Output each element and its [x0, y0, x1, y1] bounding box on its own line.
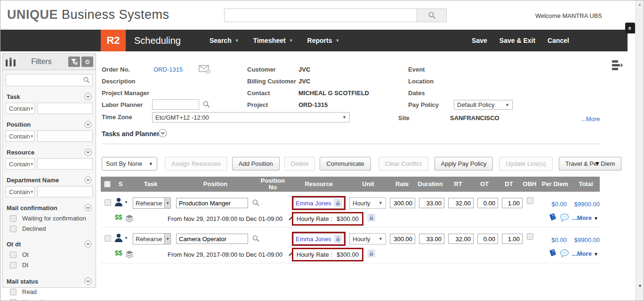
- status-dropdown-icon[interactable]: ▼: [124, 236, 128, 240]
- time-zone-select[interactable]: Etc/GMT+12 -12:00▼: [152, 112, 350, 122]
- row-select-checkbox[interactable]: [105, 199, 111, 206]
- position-operator-select[interactable]: Contain▼: [6, 130, 35, 142]
- page-scrollbar[interactable]: ▲ ▼: [636, 0, 644, 301]
- collapse-chevron-icon[interactable]: [84, 121, 92, 128]
- comment-bubble-icon[interactable]: [560, 249, 569, 258]
- unit-select[interactable]: Hourly▼: [349, 233, 386, 244]
- resource-link[interactable]: Emma Jones: [296, 200, 331, 207]
- duration-input[interactable]: [419, 234, 444, 244]
- scroll-up-icon[interactable]: ▲: [638, 2, 642, 7]
- global-search-input[interactable]: [224, 8, 417, 22]
- menu-search[interactable]: Search▼: [209, 37, 239, 44]
- department-filter-input[interactable]: [37, 186, 93, 197]
- travel-per-diem-button[interactable]: Travel & Per Diem: [559, 157, 622, 171]
- unit-select[interactable]: Hourly▼: [349, 197, 386, 209]
- labor-planner-input[interactable]: [152, 99, 199, 110]
- total-value[interactable]: $9900.00: [570, 201, 600, 208]
- dt-checkbox[interactable]: [10, 262, 16, 268]
- global-search-button[interactable]: [417, 8, 447, 22]
- obh-checkbox[interactable]: [527, 233, 533, 240]
- per-diem-value[interactable]: $0.00: [538, 201, 567, 208]
- collapse-panel-icon[interactable]: [5, 57, 16, 67]
- clear-filter-button[interactable]: [68, 57, 80, 67]
- save-button[interactable]: Save: [472, 37, 487, 44]
- communicate-button[interactable]: Communicate: [320, 157, 370, 171]
- filter-search-input[interactable]: [6, 74, 93, 86]
- menu-reports[interactable]: Reports▼: [307, 37, 340, 44]
- lock-icon[interactable]: [368, 250, 375, 257]
- collapse-chevron-icon[interactable]: [84, 204, 92, 212]
- row-more-link[interactable]: ...More: [572, 250, 592, 257]
- mail-cancel-icon[interactable]: [199, 65, 211, 74]
- layers-icon[interactable]: [125, 250, 134, 258]
- layers-icon[interactable]: [125, 214, 134, 222]
- lock-icon[interactable]: [368, 214, 375, 221]
- clear-conflict-button[interactable]: Clear Conflict: [378, 157, 428, 171]
- declined-checkbox[interactable]: [10, 226, 16, 232]
- rt-input[interactable]: [448, 198, 474, 208]
- resource-status-icon[interactable]: [114, 197, 123, 207]
- read-checkbox[interactable]: [10, 289, 16, 295]
- position-input[interactable]: [176, 198, 248, 208]
- lock-icon[interactable]: [334, 235, 342, 243]
- row-select-checkbox[interactable]: [105, 235, 111, 242]
- order-no-link[interactable]: ORD-1315: [153, 66, 183, 73]
- collapse-chevron-icon[interactable]: [84, 148, 92, 156]
- ot-input[interactable]: [477, 198, 498, 208]
- per-diem-value[interactable]: $0.00: [538, 236, 567, 244]
- total-value[interactable]: $9900.00: [570, 236, 600, 244]
- task-select[interactable]: Rehearse▼: [133, 233, 171, 244]
- search-icon[interactable]: [252, 199, 260, 207]
- waiting-confirmation-checkbox[interactable]: [10, 215, 16, 222]
- comment-bubble-icon[interactable]: [560, 213, 569, 222]
- search-icon[interactable]: [83, 76, 90, 84]
- position-input[interactable]: [176, 234, 248, 244]
- rate-input[interactable]: [390, 234, 415, 244]
- lock-icon[interactable]: [334, 199, 342, 207]
- obh-checkbox[interactable]: [527, 197, 533, 204]
- ot-checkbox[interactable]: [10, 252, 16, 258]
- rate-dollars-icon[interactable]: $$: [115, 249, 122, 257]
- apply-pay-policy-button[interactable]: Apply Pay Policy: [435, 157, 493, 171]
- unread-checkbox[interactable]: [10, 299, 16, 301]
- notes-book-icon[interactable]: [549, 249, 557, 257]
- dt-input[interactable]: [502, 198, 523, 208]
- pay-policy-select[interactable]: Default Policy▼: [454, 100, 513, 110]
- rt-input[interactable]: [448, 234, 474, 244]
- update-lines-button[interactable]: Update Line(s): [499, 157, 552, 171]
- dt-input[interactable]: [502, 234, 523, 244]
- resource-filter-input[interactable]: [37, 158, 93, 170]
- toolbar-more-dropdown[interactable]: ▼: [595, 160, 600, 167]
- rate-input[interactable]: [390, 198, 415, 208]
- row-more-link[interactable]: ...More: [572, 214, 592, 221]
- resource-link[interactable]: Emma Jones: [296, 236, 331, 243]
- duration-input[interactable]: [419, 198, 444, 208]
- delete-button[interactable]: Delete: [284, 157, 315, 171]
- assign-resources-button[interactable]: Assign Resources: [165, 157, 227, 171]
- department-operator-select[interactable]: Contain▼: [6, 186, 35, 197]
- task-select[interactable]: Rehearse▼: [133, 197, 171, 209]
- more-details-link[interactable]: ...More: [581, 115, 600, 122]
- rate-dollars-icon[interactable]: $$: [115, 213, 122, 221]
- collapse-chevron-icon[interactable]: [84, 277, 92, 285]
- collapse-chevron-icon[interactable]: [84, 240, 92, 248]
- cancel-button[interactable]: Cancel: [547, 37, 569, 44]
- status-dropdown-icon[interactable]: ▼: [124, 200, 128, 204]
- panel-toggle-icon[interactable]: [611, 59, 623, 72]
- ot-input[interactable]: [477, 234, 498, 244]
- select-all-checkbox[interactable]: [104, 181, 111, 187]
- add-position-button[interactable]: Add Position: [232, 157, 280, 171]
- save-exit-button[interactable]: Save & Exit: [499, 37, 535, 44]
- collapse-chevron-icon[interactable]: [84, 176, 92, 184]
- sort-by-select[interactable]: Sort By None▼: [102, 157, 157, 171]
- chevron-down-icon[interactable]: ▼: [594, 216, 598, 221]
- scroll-down-icon[interactable]: ▼: [638, 284, 642, 288]
- filter-settings-button[interactable]: ⚙: [81, 57, 93, 67]
- search-icon[interactable]: [202, 100, 210, 108]
- menu-timesheet[interactable]: Timesheet▼: [253, 37, 293, 44]
- collapse-chevron-icon[interactable]: [84, 93, 92, 100]
- section-collapse-icon[interactable]: [158, 129, 167, 138]
- task-filter-input[interactable]: [37, 103, 93, 114]
- search-icon[interactable]: [252, 235, 260, 243]
- resource-field[interactable]: Emma Jones: [293, 233, 344, 244]
